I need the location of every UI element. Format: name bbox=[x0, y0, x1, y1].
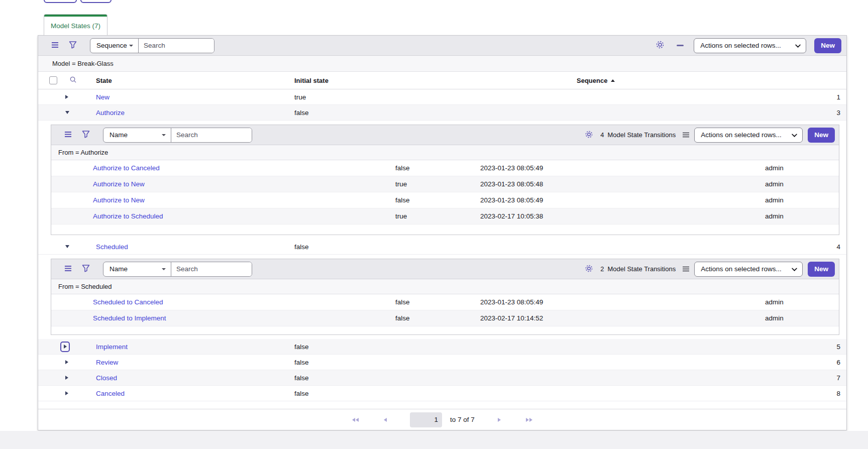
state-link[interactable]: Review bbox=[96, 359, 118, 366]
search-input[interactable] bbox=[171, 262, 252, 276]
list-icon[interactable] bbox=[683, 265, 689, 274]
search-input[interactable] bbox=[139, 39, 214, 53]
previous-page-icon bbox=[384, 418, 387, 422]
list-settings-button[interactable] bbox=[583, 128, 595, 142]
chevron-right-icon bbox=[65, 376, 68, 380]
transition-row: Authorize to New true 2023-01-23 08:05:4… bbox=[51, 176, 839, 192]
filter-button[interactable] bbox=[80, 262, 92, 276]
actions-select[interactable]: Actions on selected rows... bbox=[694, 38, 806, 53]
table-row: Scheduled false 4 bbox=[38, 239, 846, 255]
expand-row-button[interactable] bbox=[63, 358, 70, 366]
collapse-row-button[interactable] bbox=[63, 109, 71, 116]
minus-icon bbox=[677, 45, 684, 46]
column-header-sequence[interactable]: Sequence bbox=[577, 77, 846, 84]
search-field-select[interactable]: Name bbox=[103, 128, 171, 142]
transition-link[interactable]: Scheduled to Canceled bbox=[93, 298, 163, 306]
breadcrumb-text: Model = Break-Glass bbox=[52, 60, 114, 67]
sequence-value: 4 bbox=[577, 243, 846, 251]
transition-link[interactable]: Authorize to New bbox=[93, 196, 145, 204]
state-link[interactable]: Implement bbox=[96, 343, 128, 351]
list-settings-button[interactable] bbox=[583, 262, 595, 276]
column-header-state[interactable]: State bbox=[96, 77, 294, 84]
transitions-count: 2 bbox=[600, 265, 604, 273]
column-search-icon[interactable] bbox=[69, 76, 77, 85]
transition-link[interactable]: Authorize to New bbox=[93, 180, 145, 188]
actions-select-value: Actions on selected rows... bbox=[700, 42, 781, 49]
transition-updated-by: admin bbox=[765, 212, 839, 220]
search-field-select[interactable]: Name bbox=[103, 262, 171, 276]
search-field-select[interactable]: Sequence bbox=[90, 39, 139, 53]
next-page-icon bbox=[498, 418, 501, 422]
expand-row-button[interactable] bbox=[63, 374, 70, 382]
transitions-toolbar: Name 2 Model State Transitions bbox=[51, 259, 839, 279]
transition-updated: 2023-01-23 08:05:48 bbox=[480, 180, 765, 188]
actions-select[interactable]: Actions on selected rows... bbox=[694, 262, 803, 277]
list-icon[interactable] bbox=[683, 131, 689, 140]
transition-updated-by: admin bbox=[765, 196, 839, 204]
transition-link[interactable]: Authorize to Scheduled bbox=[93, 212, 163, 220]
actions-select[interactable]: Actions on selected rows... bbox=[694, 128, 803, 143]
last-page-button[interactable] bbox=[524, 416, 534, 424]
first-page-button[interactable] bbox=[350, 416, 361, 424]
next-page-button[interactable] bbox=[496, 416, 503, 424]
state-link[interactable]: Canceled bbox=[96, 390, 125, 397]
transitions-count: 4 bbox=[600, 131, 604, 139]
expand-row-button[interactable] bbox=[63, 93, 70, 101]
breadcrumb[interactable]: Model = Break-Glass bbox=[38, 56, 846, 72]
expand-row-button[interactable] bbox=[63, 389, 70, 397]
tab-model-states[interactable]: Model States (7) bbox=[44, 14, 107, 35]
column-header-initial-state[interactable]: Initial state bbox=[294, 77, 577, 84]
hamburger-icon bbox=[64, 265, 72, 273]
sequence-value: 3 bbox=[577, 109, 846, 117]
transition-updated: 2023-01-23 08:05:49 bbox=[480, 164, 765, 172]
transition-link[interactable]: Authorize to Canceled bbox=[93, 164, 160, 172]
new-button[interactable]: New bbox=[808, 128, 835, 143]
breadcrumb[interactable]: From = Authorize bbox=[51, 145, 839, 160]
breadcrumb[interactable]: From = Scheduled bbox=[51, 279, 839, 294]
state-link[interactable]: Closed bbox=[96, 374, 117, 382]
collapse-list-button[interactable] bbox=[675, 43, 686, 48]
list-menu-button[interactable] bbox=[62, 263, 74, 275]
chevron-down-icon bbox=[129, 45, 133, 47]
breadcrumb-text: From = Scheduled bbox=[58, 283, 112, 290]
select-all-checkbox[interactable] bbox=[49, 76, 57, 84]
model-states-list-panel: Sequence Actions on selected rows... bbox=[38, 35, 847, 430]
funnel-icon bbox=[82, 130, 90, 140]
transition-value: true bbox=[395, 212, 480, 220]
transition-row: Authorize to Canceled false 2023-01-23 0… bbox=[51, 160, 839, 176]
partial-button-right[interactable] bbox=[80, 0, 112, 3]
filter-button[interactable] bbox=[67, 39, 79, 52]
state-link[interactable]: Scheduled bbox=[96, 243, 128, 251]
list-menu-button[interactable] bbox=[62, 129, 74, 141]
hamburger-icon bbox=[64, 131, 72, 139]
transitions-title: Model State Transitions bbox=[607, 131, 676, 139]
new-button[interactable]: New bbox=[814, 38, 841, 53]
sequence-value: 8 bbox=[577, 390, 846, 397]
initial-state-value: false bbox=[294, 390, 577, 397]
table-row: Implement false 5 bbox=[38, 339, 846, 355]
transitions-panel-authorize: Name 4 Model State Transitions bbox=[51, 125, 839, 235]
list-menu-button[interactable] bbox=[49, 40, 61, 52]
sequence-value: 1 bbox=[577, 93, 846, 101]
transition-value: true bbox=[395, 180, 480, 188]
state-link[interactable]: Authorize bbox=[96, 109, 125, 117]
filter-button[interactable] bbox=[80, 128, 92, 142]
first-page-icon bbox=[352, 418, 359, 422]
new-button[interactable]: New bbox=[808, 262, 835, 277]
transition-updated: 2023-02-17 10:14:52 bbox=[480, 314, 765, 322]
search-input[interactable] bbox=[171, 128, 252, 142]
list-settings-button[interactable] bbox=[654, 38, 667, 53]
list-toolbar: Sequence Actions on selected rows... bbox=[38, 36, 846, 56]
previous-page-button[interactable] bbox=[382, 416, 389, 424]
chevron-right-icon bbox=[65, 391, 68, 395]
page-number-input[interactable] bbox=[410, 412, 442, 427]
collapse-row-button[interactable] bbox=[63, 243, 71, 250]
initial-state-value: false bbox=[294, 374, 577, 382]
transition-link[interactable]: Scheduled to Implement bbox=[93, 314, 166, 322]
chevron-right-icon bbox=[64, 345, 67, 349]
state-link[interactable]: New bbox=[96, 93, 110, 101]
focused-expander[interactable] bbox=[60, 342, 70, 352]
table-header-row: State Initial state Sequence bbox=[38, 72, 846, 89]
pagination-range-label: to 7 of 7 bbox=[450, 416, 475, 423]
partial-button-left[interactable] bbox=[44, 0, 77, 3]
